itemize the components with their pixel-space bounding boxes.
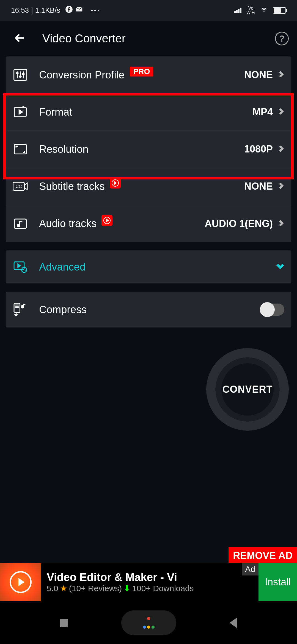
chevron-right-icon <box>278 220 284 227</box>
audio-track-icon <box>13 217 28 230</box>
chevron-right-icon <box>278 108 284 116</box>
chevron-right-icon <box>278 183 284 190</box>
row-value: NONE <box>244 181 273 192</box>
resolution-icon <box>13 143 28 156</box>
svg-rect-12 <box>14 219 26 228</box>
star-icon: ★ <box>60 583 67 593</box>
row-label: Format <box>39 106 252 118</box>
wifi-icon <box>260 6 268 15</box>
svg-point-7 <box>23 73 24 75</box>
chevron-right-icon <box>278 71 284 78</box>
remove-ad-button[interactable]: REMOVE AD <box>229 547 297 564</box>
row-format[interactable]: Format MP4 <box>6 94 291 131</box>
row-label: Compress <box>39 304 261 316</box>
row-label: Audio tracks <box>39 218 205 230</box>
facebook-icon <box>65 6 73 15</box>
chevron-down-icon <box>276 262 284 272</box>
row-label: Conversion Profile PRO <box>39 69 244 81</box>
compress-toggle[interactable] <box>261 304 284 316</box>
ad-banner[interactable]: Video Editor & Maker - Vi 5.0 ★ (10+ Rev… <box>0 563 297 601</box>
premium-indicator-icon <box>101 215 112 226</box>
row-resolution[interactable]: Resolution 1080P <box>6 131 291 168</box>
status-time: 16:53 <box>11 6 29 15</box>
ad-title: Video Editor & Maker - Vi <box>47 571 258 583</box>
settings-card: Conversion Profile PRO NONE Format MP4 R… <box>6 56 291 242</box>
row-conversion-profile[interactable]: Conversion Profile PRO NONE <box>6 56 291 94</box>
back-nav-button[interactable] <box>230 617 237 628</box>
status-speed: 1.1KB/s <box>35 6 60 15</box>
battery-icon <box>273 7 286 14</box>
ad-meta: 5.0 ★ (10+ Reviews) ⬇ 100+ Downloads <box>47 583 258 593</box>
app-bar: Video Converter ? <box>0 21 297 56</box>
row-compress[interactable]: Compress <box>6 292 291 328</box>
subtitle-icon: CC <box>13 180 28 193</box>
play-file-icon <box>13 105 28 119</box>
svg-point-6 <box>20 76 21 77</box>
toggle-thumb <box>260 302 275 317</box>
row-value: NONE <box>244 69 273 81</box>
install-button[interactable]: Install <box>258 563 297 601</box>
premium-indicator-icon <box>110 178 121 189</box>
row-label: Advanced <box>39 261 276 273</box>
signal-icon <box>234 8 241 13</box>
recents-button[interactable] <box>60 619 68 627</box>
download-arrow-icon: ⬇ <box>123 583 130 593</box>
row-label: Resolution <box>39 143 244 155</box>
status-left: 16:53 | 1.1KB/s <box>11 5 99 15</box>
row-value: AUDIO 1(ENG) <box>205 218 273 230</box>
svg-point-5 <box>16 72 18 74</box>
compress-icon <box>13 303 28 316</box>
back-button[interactable] <box>14 32 26 45</box>
row-label: Subtitle tracks <box>39 181 244 192</box>
row-subtitle-tracks[interactable]: CC Subtitle tracks NONE <box>6 168 291 205</box>
row-advanced[interactable]: Advanced <box>6 250 291 283</box>
advanced-card: Advanced <box>6 250 291 283</box>
advanced-icon <box>13 260 28 274</box>
chevron-right-icon <box>278 146 284 153</box>
help-button[interactable]: ? <box>275 32 289 45</box>
compress-card: Compress <box>6 292 291 328</box>
vowifi-icon: Vo WiFi <box>246 6 255 15</box>
home-assistant-button[interactable] <box>121 610 176 635</box>
ad-badge: Ad <box>242 563 258 575</box>
assistant-icon <box>142 616 156 630</box>
page-title: Video Converter <box>42 32 258 45</box>
row-audio-tracks[interactable]: Audio tracks AUDIO 1(ENG) <box>6 205 291 242</box>
convert-button[interactable]: CONVERT <box>206 348 289 431</box>
ad-app-icon <box>0 563 41 601</box>
mail-icon <box>75 5 83 15</box>
more-icon <box>91 10 99 11</box>
system-nav-bar <box>0 601 297 644</box>
status-right: Vo WiFi <box>234 6 286 15</box>
row-value: 1080P <box>244 143 273 155</box>
svg-text:CC: CC <box>15 184 22 189</box>
status-bar: 16:53 | 1.1KB/s Vo WiFi <box>0 0 297 21</box>
convert-label: CONVERT <box>221 363 274 416</box>
pro-badge: PRO <box>130 67 153 77</box>
ad-text: Video Editor & Maker - Vi 5.0 ★ (10+ Rev… <box>41 571 258 593</box>
sliders-icon <box>13 68 28 81</box>
convert-button-wrap: CONVERT <box>206 348 289 431</box>
row-value: MP4 <box>252 106 273 118</box>
